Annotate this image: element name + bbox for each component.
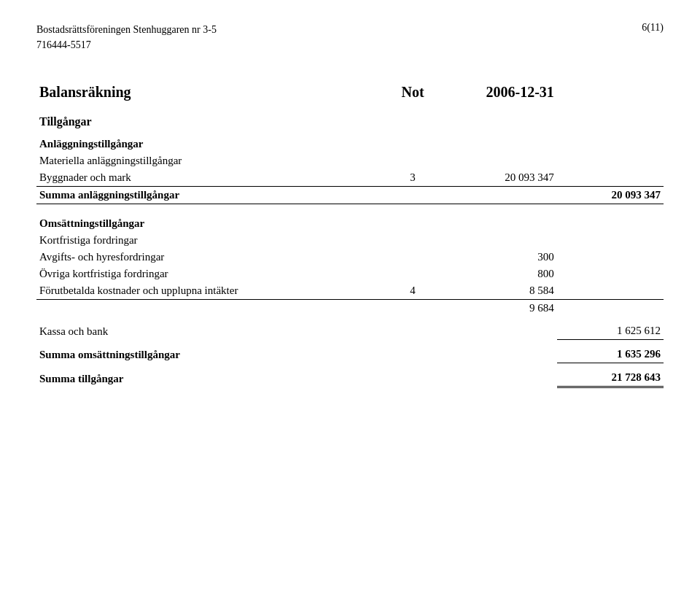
kassa-value: 1 625 612 xyxy=(557,322,664,340)
sum-fixed-assets-value: 20 093 347 xyxy=(557,187,664,204)
balance-title: Balansräkning xyxy=(36,82,381,105)
forutbetalda-label: Förutbetalda kostnader och upplupna intä… xyxy=(36,282,381,300)
current-assets-label: Omsättningstillgångar xyxy=(36,210,381,232)
sum-current-assets-value: 1 635 296 xyxy=(557,346,664,363)
page-number: 6(11) xyxy=(642,22,664,53)
subtotal-value: 9 684 xyxy=(444,300,557,317)
col-date-header: 2006-12-31 xyxy=(444,82,557,105)
subtotal-row: 9 684 xyxy=(36,300,664,317)
short-term-receivables-row: Kortfristiga fordringar xyxy=(36,232,664,249)
buildings-not: 3 xyxy=(381,169,444,187)
fixed-assets-section-row: Anläggningstillgångar xyxy=(36,131,664,152)
balance-sheet: Balansräkning Not 2006-12-31 Tillgångar … xyxy=(36,82,664,388)
assets-section-row: Tillgångar xyxy=(36,105,664,131)
sum-fixed-assets-label: Summa anläggningstillgångar xyxy=(36,187,381,204)
sum-current-assets-row: Summa omsättningstillgångar 1 635 296 xyxy=(36,346,664,363)
kassa-row: Kassa och bank 1 625 612 xyxy=(36,322,664,340)
sum-current-assets-label: Summa omsättningstillgångar xyxy=(36,346,381,363)
sum-assets-label: Summa tillgångar xyxy=(36,369,381,387)
avgifts-label: Avgifts- och hyresfordringar xyxy=(36,249,381,266)
col-empty-header xyxy=(557,82,664,105)
avgifts-value: 300 xyxy=(444,249,557,266)
ovriga-value: 800 xyxy=(444,266,557,282)
assets-section-label: Tillgångar xyxy=(36,105,381,131)
forutbetalda-row: Förutbetalda kostnader och upplupna intä… xyxy=(36,282,664,300)
buildings-label: Byggnader och mark xyxy=(36,169,381,187)
org-info: Bostadsrättsföreningen Stenhuggaren nr 3… xyxy=(36,22,217,53)
short-term-receivables-label: Kortfristiga fordringar xyxy=(36,232,381,249)
avgifts-row: Avgifts- och hyresfordringar 300 xyxy=(36,249,664,266)
spacer4 xyxy=(36,363,664,370)
forutbetalda-not: 4 xyxy=(381,282,444,300)
tangible-assets-row: Materiella anläggningstillgångar xyxy=(36,152,664,169)
spacer1 xyxy=(36,204,664,211)
org-number: 716444-5517 xyxy=(36,37,217,53)
current-assets-section-row: Omsättningstillgångar xyxy=(36,210,664,232)
balance-title-row: Balansräkning Not 2006-12-31 xyxy=(36,82,664,105)
ovriga-row: Övriga kortfristiga fordringar 800 xyxy=(36,266,664,282)
sum-assets-value: 21 728 643 xyxy=(557,369,664,387)
sum-fixed-assets-row: Summa anläggningstillgångar 20 093 347 xyxy=(36,187,664,204)
page-header: Bostadsrättsföreningen Stenhuggaren nr 3… xyxy=(36,22,664,53)
buildings-row: Byggnader och mark 3 20 093 347 xyxy=(36,169,664,187)
spacer2 xyxy=(36,317,664,322)
spacer3 xyxy=(36,340,664,347)
org-name: Bostadsrättsföreningen Stenhuggaren nr 3… xyxy=(36,22,217,37)
forutbetalda-value: 8 584 xyxy=(444,282,557,300)
tangible-assets-label: Materiella anläggningstillgångar xyxy=(36,152,381,169)
col-not-header: Not xyxy=(381,82,444,105)
sum-assets-row: Summa tillgångar 21 728 643 xyxy=(36,369,664,387)
buildings-value: 20 093 347 xyxy=(444,169,557,187)
kassa-label: Kassa och bank xyxy=(36,322,381,340)
fixed-assets-label: Anläggningstillgångar xyxy=(36,131,381,152)
balance-table: Balansräkning Not 2006-12-31 Tillgångar … xyxy=(36,82,664,388)
ovriga-label: Övriga kortfristiga fordringar xyxy=(36,266,381,282)
